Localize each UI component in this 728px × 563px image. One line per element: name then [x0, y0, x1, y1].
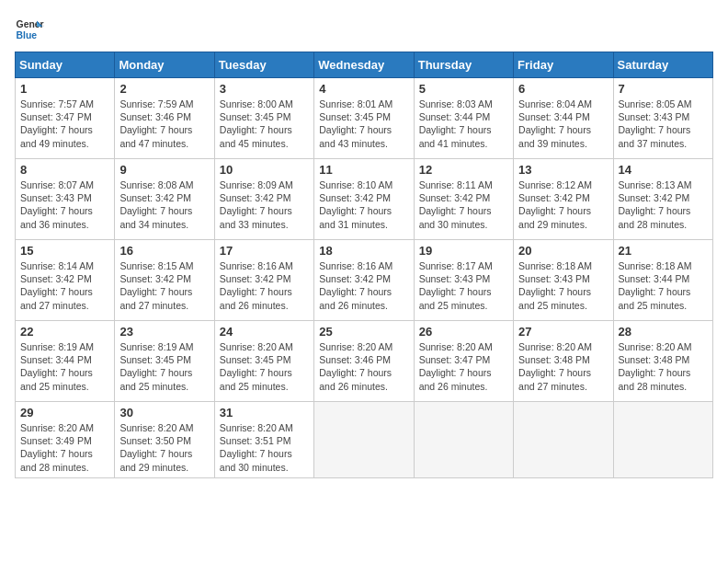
day-number: 28	[619, 325, 708, 339]
week-row-4: 22Sunrise: 8:19 AM Sunset: 3:44 PM Dayli…	[16, 321, 713, 402]
day-cell-28: 28Sunrise: 8:20 AM Sunset: 3:48 PM Dayli…	[613, 321, 712, 402]
empty-cell	[514, 402, 613, 478]
day-info: Sunrise: 8:08 AM Sunset: 3:42 PM Dayligh…	[119, 178, 209, 231]
day-cell-13: 13Sunrise: 8:12 AM Sunset: 3:42 PM Dayli…	[514, 159, 613, 240]
day-info: Sunrise: 8:16 AM Sunset: 3:42 PM Dayligh…	[319, 259, 408, 312]
day-info: Sunrise: 7:57 AM Sunset: 3:47 PM Dayligh…	[20, 98, 109, 150]
day-cell-22: 22Sunrise: 8:19 AM Sunset: 3:44 PM Dayli…	[16, 321, 115, 402]
week-row-3: 15Sunrise: 8:14 AM Sunset: 3:42 PM Dayli…	[16, 240, 713, 321]
day-number: 30	[119, 406, 209, 419]
day-number: 13	[518, 163, 608, 177]
day-cell-1: 1Sunrise: 7:57 AM Sunset: 3:47 PM Daylig…	[16, 78, 115, 159]
day-info: Sunrise: 8:01 AM Sunset: 3:45 PM Dayligh…	[319, 98, 408, 150]
day-number: 19	[419, 244, 508, 258]
day-cell-7: 7Sunrise: 8:05 AM Sunset: 3:43 PM Daylig…	[613, 78, 712, 159]
day-number: 18	[319, 244, 408, 258]
header-row: SundayMondayTuesdayWednesdayThursdayFrid…	[16, 52, 713, 78]
col-header-saturday: Saturday	[613, 52, 712, 78]
day-cell-29: 29Sunrise: 8:20 AM Sunset: 3:49 PM Dayli…	[16, 402, 115, 478]
day-info: Sunrise: 8:09 AM Sunset: 3:42 PM Dayligh…	[220, 178, 309, 231]
day-number: 12	[419, 163, 508, 177]
day-cell-11: 11Sunrise: 8:10 AM Sunset: 3:42 PM Dayli…	[314, 159, 414, 240]
day-cell-16: 16Sunrise: 8:15 AM Sunset: 3:42 PM Dayli…	[115, 240, 214, 321]
page-header: General Blue	[15, 15, 713, 44]
day-info: Sunrise: 8:17 AM Sunset: 3:43 PM Dayligh…	[419, 259, 508, 312]
day-info: Sunrise: 8:20 AM Sunset: 3:51 PM Dayligh…	[220, 421, 309, 474]
week-row-5: 29Sunrise: 8:20 AM Sunset: 3:49 PM Dayli…	[16, 402, 713, 478]
day-info: Sunrise: 8:11 AM Sunset: 3:42 PM Dayligh…	[419, 178, 508, 231]
day-cell-18: 18Sunrise: 8:16 AM Sunset: 3:42 PM Dayli…	[314, 240, 414, 321]
day-number: 16	[119, 244, 209, 258]
day-info: Sunrise: 8:20 AM Sunset: 3:48 PM Dayligh…	[619, 340, 708, 393]
day-cell-3: 3Sunrise: 8:00 AM Sunset: 3:45 PM Daylig…	[214, 78, 313, 159]
day-cell-26: 26Sunrise: 8:20 AM Sunset: 3:47 PM Dayli…	[414, 321, 513, 402]
day-cell-5: 5Sunrise: 8:03 AM Sunset: 3:44 PM Daylig…	[414, 78, 513, 159]
day-number: 8	[20, 163, 109, 177]
col-header-monday: Monday	[115, 52, 214, 78]
calendar: SundayMondayTuesdayWednesdayThursdayFrid…	[15, 52, 713, 478]
day-info: Sunrise: 8:18 AM Sunset: 3:44 PM Dayligh…	[619, 259, 708, 312]
day-cell-8: 8Sunrise: 8:07 AM Sunset: 3:43 PM Daylig…	[16, 159, 115, 240]
day-cell-21: 21Sunrise: 8:18 AM Sunset: 3:44 PM Dayli…	[613, 240, 712, 321]
day-info: Sunrise: 8:00 AM Sunset: 3:45 PM Dayligh…	[220, 98, 309, 150]
day-cell-2: 2Sunrise: 7:59 AM Sunset: 3:46 PM Daylig…	[115, 78, 214, 159]
day-info: Sunrise: 7:59 AM Sunset: 3:46 PM Dayligh…	[119, 98, 209, 150]
day-cell-31: 31Sunrise: 8:20 AM Sunset: 3:51 PM Dayli…	[214, 402, 313, 478]
col-header-friday: Friday	[514, 52, 613, 78]
day-cell-4: 4Sunrise: 8:01 AM Sunset: 3:45 PM Daylig…	[314, 78, 414, 159]
day-number: 24	[220, 325, 309, 339]
day-info: Sunrise: 8:10 AM Sunset: 3:42 PM Dayligh…	[319, 178, 408, 231]
empty-cell	[314, 402, 414, 478]
day-info: Sunrise: 8:19 AM Sunset: 3:45 PM Dayligh…	[119, 340, 209, 393]
day-cell-15: 15Sunrise: 8:14 AM Sunset: 3:42 PM Dayli…	[16, 240, 115, 321]
day-info: Sunrise: 8:20 AM Sunset: 3:45 PM Dayligh…	[220, 340, 309, 393]
day-info: Sunrise: 8:07 AM Sunset: 3:43 PM Dayligh…	[20, 178, 109, 231]
day-cell-20: 20Sunrise: 8:18 AM Sunset: 3:43 PM Dayli…	[514, 240, 613, 321]
day-number: 29	[20, 406, 109, 419]
day-number: 2	[119, 82, 209, 96]
day-info: Sunrise: 8:20 AM Sunset: 3:47 PM Dayligh…	[419, 340, 508, 393]
empty-cell	[613, 402, 712, 478]
day-cell-17: 17Sunrise: 8:16 AM Sunset: 3:42 PM Dayli…	[214, 240, 313, 321]
logo: General Blue	[15, 15, 50, 44]
day-cell-12: 12Sunrise: 8:11 AM Sunset: 3:42 PM Dayli…	[414, 159, 513, 240]
day-number: 7	[619, 82, 708, 96]
day-number: 11	[319, 163, 408, 177]
day-number: 10	[220, 163, 309, 177]
col-header-sunday: Sunday	[16, 52, 115, 78]
logo-icon: General Blue	[15, 15, 44, 44]
day-number: 5	[419, 82, 508, 96]
day-info: Sunrise: 8:13 AM Sunset: 3:42 PM Dayligh…	[619, 178, 708, 231]
day-cell-25: 25Sunrise: 8:20 AM Sunset: 3:46 PM Dayli…	[314, 321, 414, 402]
day-cell-19: 19Sunrise: 8:17 AM Sunset: 3:43 PM Dayli…	[414, 240, 513, 321]
day-cell-14: 14Sunrise: 8:13 AM Sunset: 3:42 PM Dayli…	[613, 159, 712, 240]
day-cell-23: 23Sunrise: 8:19 AM Sunset: 3:45 PM Dayli…	[115, 321, 214, 402]
day-cell-24: 24Sunrise: 8:20 AM Sunset: 3:45 PM Dayli…	[214, 321, 313, 402]
day-cell-6: 6Sunrise: 8:04 AM Sunset: 3:44 PM Daylig…	[514, 78, 613, 159]
week-row-1: 1Sunrise: 7:57 AM Sunset: 3:47 PM Daylig…	[16, 78, 713, 159]
day-cell-27: 27Sunrise: 8:20 AM Sunset: 3:48 PM Dayli…	[514, 321, 613, 402]
day-info: Sunrise: 8:19 AM Sunset: 3:44 PM Dayligh…	[20, 340, 109, 393]
day-number: 3	[220, 82, 309, 96]
day-info: Sunrise: 8:15 AM Sunset: 3:42 PM Dayligh…	[119, 259, 209, 312]
day-number: 17	[220, 244, 309, 258]
day-info: Sunrise: 8:16 AM Sunset: 3:42 PM Dayligh…	[220, 259, 309, 312]
day-number: 14	[619, 163, 708, 177]
day-info: Sunrise: 8:14 AM Sunset: 3:42 PM Dayligh…	[20, 259, 109, 312]
day-info: Sunrise: 8:03 AM Sunset: 3:44 PM Dayligh…	[419, 98, 508, 150]
day-info: Sunrise: 8:18 AM Sunset: 3:43 PM Dayligh…	[518, 259, 608, 312]
day-number: 31	[220, 406, 309, 419]
day-number: 23	[119, 325, 209, 339]
day-info: Sunrise: 8:05 AM Sunset: 3:43 PM Dayligh…	[619, 98, 708, 150]
day-cell-30: 30Sunrise: 8:20 AM Sunset: 3:50 PM Dayli…	[115, 402, 214, 478]
day-number: 26	[419, 325, 508, 339]
col-header-tuesday: Tuesday	[214, 52, 313, 78]
day-cell-9: 9Sunrise: 8:08 AM Sunset: 3:42 PM Daylig…	[115, 159, 214, 240]
day-number: 27	[518, 325, 608, 339]
day-number: 1	[20, 82, 109, 96]
day-number: 6	[518, 82, 608, 96]
day-number: 25	[319, 325, 408, 339]
day-info: Sunrise: 8:20 AM Sunset: 3:49 PM Dayligh…	[20, 421, 109, 474]
day-info: Sunrise: 8:20 AM Sunset: 3:48 PM Dayligh…	[518, 340, 608, 393]
col-header-wednesday: Wednesday	[314, 52, 414, 78]
